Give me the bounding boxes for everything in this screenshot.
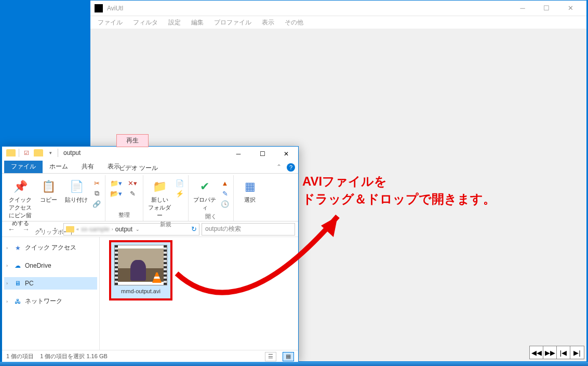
qat-dropdown[interactable]: ▾ [46, 149, 55, 157]
ribbon-tabs: ファイル ホーム 共有 表示 ビデオ ツール ⌃ ? [2, 162, 298, 174]
properties-icon: ✔ [196, 178, 213, 195]
caret-icon[interactable]: › [6, 299, 8, 304]
navigation-pane: › ★ クイック アクセス › ☁ OneDrive › 🖥 PC › 🖧 ネッ… [2, 237, 100, 350]
aviutl-titlebar[interactable]: AviUtl ─ ☐ ✕ [90, 1, 586, 16]
easy-access-icon[interactable]: ⚡ [175, 189, 185, 198]
rename-icon[interactable]: ✎ [125, 189, 140, 198]
forward-button[interactable]: ▶▶ [543, 346, 557, 359]
paste-button[interactable]: 📄 貼り付け [63, 178, 89, 204]
rewind-button[interactable]: ◀◀ [530, 346, 543, 359]
nav-onedrive[interactable]: › ☁ OneDrive [4, 259, 97, 272]
maximize-button[interactable]: ☐ [250, 147, 274, 161]
nav-network[interactable]: › 🖧 ネットワーク [4, 295, 97, 308]
paste-icon: 📄 [68, 178, 85, 195]
move-to-icon[interactable]: 📁▾ [109, 178, 123, 188]
nav-quick-access[interactable]: › ★ クイック アクセス [4, 241, 97, 254]
address-bar-row: ← → ▾ ↑ « xx-sample › output ⌄ ↻ outputの… [2, 221, 298, 237]
address-bar[interactable]: « xx-sample › output ⌄ ↻ [63, 223, 199, 236]
breadcrumb-current[interactable]: output [115, 226, 132, 233]
details-view-button[interactable]: ☰ [265, 352, 276, 361]
context-tab-playback[interactable]: 再生 [116, 134, 149, 147]
aviutl-app-icon [95, 4, 103, 12]
menu-edit[interactable]: 編集 [187, 17, 208, 28]
menu-file[interactable]: ファイル [93, 17, 127, 28]
video-thumbnail [115, 245, 167, 285]
up-button[interactable]: ↑ [49, 223, 61, 236]
folder-icon [6, 149, 16, 156]
forward-button[interactable]: → [20, 223, 32, 236]
menu-view[interactable]: 表示 [258, 17, 278, 28]
pc-icon: 🖥 [14, 279, 22, 287]
ribbon-group-new: 📁 新しい フォルダー 📄 ⚡ 新規 [143, 175, 189, 221]
tab-home[interactable]: ホーム [43, 161, 75, 173]
maximize-button[interactable]: ☐ [534, 1, 558, 16]
copy-path-icon[interactable]: ⧉ [91, 189, 102, 198]
caret-icon[interactable]: › [6, 245, 8, 251]
file-name: mmd-output.avi [121, 288, 161, 294]
qat-checkbox-icon[interactable]: ☑ [22, 149, 31, 157]
ribbon-group-open: ✔ プロパティ ▲ ✎ 🕓 開く [189, 175, 234, 221]
pin-icon: 📌 [12, 178, 29, 195]
refresh-icon[interactable]: ↻ [191, 225, 197, 233]
tab-video-tools[interactable]: ビデオ ツール [113, 162, 164, 175]
menu-settings[interactable]: 設定 [164, 17, 185, 28]
new-folder-button[interactable]: 📁 新しい フォルダー [146, 178, 172, 219]
delete-icon[interactable]: ✕▾ [125, 178, 140, 188]
close-button[interactable]: ✕ [558, 1, 582, 16]
properties-button[interactable]: ✔ プロパティ [192, 178, 218, 212]
copy-button[interactable]: 📋 コピー [35, 178, 61, 204]
status-bar: 1 個の項目 1 個の項目を選択 1.16 GB ☰ ▦ [2, 350, 298, 362]
vlc-overlay-icon [152, 272, 162, 283]
cut-icon[interactable]: ✂ [91, 178, 102, 188]
taskbar-strip [0, 362, 588, 366]
history-icon[interactable]: 🕓 [220, 199, 230, 208]
recent-dropdown[interactable]: ▾ [34, 223, 47, 236]
ribbon-collapse-icon[interactable]: ⌃ [276, 163, 282, 172]
tab-file[interactable]: ファイル [4, 161, 43, 173]
ribbon-group-clipboard: 📌 クイック アクセス にピン留めする 📋 コピー 📄 貼り付け ✂ ⧉ 🔗 ク [4, 175, 105, 221]
nav-pc[interactable]: › 🖥 PC [4, 277, 97, 290]
menu-profile[interactable]: プロファイル [210, 17, 256, 28]
caret-icon[interactable]: › [6, 263, 8, 268]
file-tile-mmd-output[interactable]: mmd-output.avi [109, 240, 172, 300]
explorer-titlebar[interactable]: ☑ ▾ output 再生 ─ ☐ ✕ [2, 147, 298, 162]
folder-icon [34, 149, 43, 156]
skip-start-button[interactable]: |◀ [557, 346, 570, 359]
folder-icon [66, 226, 74, 232]
explorer-window: ☑ ▾ output 再生 ─ ☐ ✕ ファイル ホーム 共有 表示 ビデオ ツ… [2, 146, 299, 363]
tab-share[interactable]: 共有 [75, 161, 101, 173]
network-icon: 🖧 [14, 297, 22, 306]
breadcrumb-dropdown-icon[interactable]: ⌄ [135, 227, 141, 232]
paste-shortcut-icon[interactable]: 🔗 [91, 199, 102, 208]
content-pane[interactable]: mmd-output.avi [100, 237, 298, 350]
menu-filter[interactable]: フィルタ [129, 17, 162, 28]
search-placeholder: outputの検索 [205, 225, 241, 233]
cloud-icon: ☁ [14, 262, 22, 270]
pin-quick-access-button[interactable]: 📌 クイック アクセス にピン留めする [7, 178, 33, 227]
edit-icon[interactable]: ✎ [220, 189, 230, 198]
ribbon-label-open: 開く [192, 212, 230, 223]
back-button[interactable]: ← [5, 223, 18, 236]
ribbon-group-select: ▦ 選択 [234, 175, 266, 221]
tiles-view-button[interactable]: ▦ [283, 352, 294, 361]
new-item-icon[interactable]: 📄 [175, 178, 185, 188]
select-button[interactable]: ▦ 選択 [237, 178, 263, 204]
close-button[interactable]: ✕ [274, 147, 298, 161]
aviutl-title: AviUtl [107, 5, 511, 12]
ribbon-label-select [237, 212, 263, 221]
search-input[interactable]: outputの検索 [202, 223, 295, 236]
copy-to-icon[interactable]: 📂▾ [109, 189, 123, 198]
new-folder-icon: 📁 [151, 178, 168, 195]
minimize-button[interactable]: ─ [511, 1, 534, 16]
breadcrumb-blurred[interactable]: xx-sample [81, 226, 110, 233]
skip-end-button[interactable]: ▶| [570, 346, 584, 359]
minimize-button[interactable]: ─ [226, 147, 250, 161]
caret-icon[interactable]: › [6, 281, 8, 286]
menu-other[interactable]: その他 [280, 17, 308, 28]
open-icon[interactable]: ▲ [220, 178, 230, 188]
status-count: 1 個の項目 [6, 352, 34, 360]
ribbon: 📌 クイック アクセス にピン留めする 📋 コピー 📄 貼り付け ✂ ⧉ 🔗 ク [2, 174, 298, 221]
window-title: output [63, 149, 81, 156]
help-icon[interactable]: ? [287, 163, 295, 172]
select-icon: ▦ [242, 178, 258, 195]
